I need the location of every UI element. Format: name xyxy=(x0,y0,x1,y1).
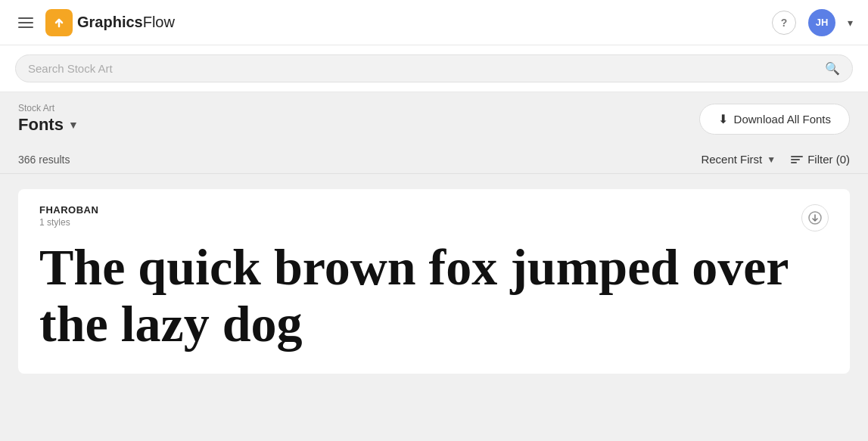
download-icon: ⬇ xyxy=(718,112,728,126)
filter-icon xyxy=(791,156,803,163)
results-bar: 366 results Recent First ▼ Filter (0) xyxy=(0,145,868,174)
download-all-label: Download All Fonts xyxy=(734,113,831,126)
font-preview-text: The quick brown fox jumped over the lazy… xyxy=(39,239,829,352)
results-controls: Recent First ▼ Filter (0) xyxy=(701,153,850,166)
font-download-button[interactable] xyxy=(801,204,829,231)
search-bar-container: 🔍 xyxy=(0,45,868,92)
sort-dropdown[interactable]: Recent First ▼ xyxy=(701,153,776,166)
breadcrumb-section: Stock Art Fonts ▼ xyxy=(18,103,79,135)
page-title-row: Fonts ▼ xyxy=(18,115,79,135)
sub-header: Stock Art Fonts ▼ ⬇ Download All Fonts xyxy=(0,92,868,145)
results-count: 366 results xyxy=(18,154,70,166)
page-title-chevron-icon[interactable]: ▼ xyxy=(68,119,79,131)
header-left: GraphicsFlow xyxy=(15,9,175,36)
font-styles: 1 styles xyxy=(39,217,98,228)
search-input[interactable] xyxy=(28,62,819,75)
help-button[interactable]: ? xyxy=(772,11,796,35)
logo: GraphicsFlow xyxy=(45,9,175,36)
app-header: GraphicsFlow ? JH ▾ xyxy=(0,0,868,45)
sort-chevron-icon: ▼ xyxy=(767,154,776,165)
font-card-header: FHAROBAN 1 styles xyxy=(39,204,829,231)
search-bar: 🔍 xyxy=(15,54,853,82)
sort-label: Recent First xyxy=(701,153,762,166)
font-info: FHAROBAN 1 styles xyxy=(39,204,98,228)
page-title: Fonts xyxy=(18,115,64,135)
download-all-button[interactable]: ⬇ Download All Fonts xyxy=(699,104,850,135)
search-icon: 🔍 xyxy=(825,61,840,76)
filter-button[interactable]: Filter (0) xyxy=(791,153,850,166)
account-chevron-icon[interactable]: ▾ xyxy=(848,17,853,29)
breadcrumb: Stock Art xyxy=(18,103,79,113)
font-list: FHAROBAN 1 styles The quick brown fox ju… xyxy=(0,174,868,389)
filter-label: Filter (0) xyxy=(807,153,850,166)
logo-text: GraphicsFlow xyxy=(77,14,175,31)
hamburger-menu-icon[interactable] xyxy=(15,14,36,31)
header-right: ? JH ▾ xyxy=(772,9,853,36)
font-card: FHAROBAN 1 styles The quick brown fox ju… xyxy=(18,189,850,374)
font-name: FHAROBAN xyxy=(39,204,98,216)
user-avatar[interactable]: JH xyxy=(808,9,835,36)
logo-icon xyxy=(45,9,73,36)
